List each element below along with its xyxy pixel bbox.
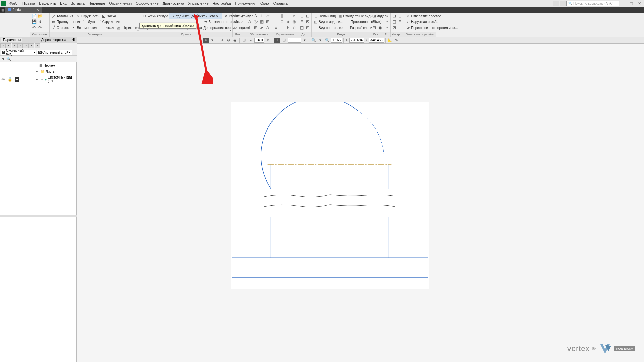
r3-icon[interactable]: ▫ [385, 25, 389, 30]
tree-root[interactable]: ▤ Чертеж [0, 62, 76, 68]
menu-drawing[interactable]: Черчение [87, 1, 107, 6]
snap2-icon[interactable]: ⊙ [225, 38, 231, 43]
viewarrow-button[interactable]: →Вид по стрелке [313, 25, 343, 30]
ann8-icon[interactable]: ⊞ [265, 19, 270, 24]
menu-file[interactable]: Файл [7, 1, 20, 6]
filter-icon[interactable]: ▼ [1, 57, 5, 61]
ann1-icon[interactable]: ⌐ [247, 13, 252, 19]
hole-simple-button[interactable]: ○Отверстие простое [405, 13, 442, 19]
ortho-icon[interactable]: ⊥ [274, 38, 280, 43]
hatch-button[interactable]: ▨Штриховка [115, 25, 139, 30]
tree-tab[interactable]: Дерево чертежа [39, 38, 68, 42]
t4-icon[interactable]: ⊟ [398, 19, 403, 24]
print-icon[interactable]: 🖨 [37, 19, 43, 24]
snap3-icon[interactable]: ◉ [232, 38, 238, 43]
arc-button[interactable]: ⌒Дуга [82, 19, 96, 24]
pt2[interactable]: ▫ [6, 43, 11, 48]
cs-field[interactable]: СК 0 [254, 38, 264, 43]
tree-search-icon[interactable]: 🔍 [6, 57, 11, 61]
c10-icon[interactable]: = [279, 25, 285, 30]
dd3[interactable]: ▾ [302, 38, 308, 43]
picker-icon[interactable]: ✎ [394, 38, 400, 43]
trim-button[interactable]: ✂Усечь кривую [141, 13, 169, 19]
i6-icon[interactable]: ◉ [378, 25, 383, 30]
tabbar-menu[interactable]: ▤ [0, 8, 5, 12]
c3-icon[interactable]: ⊥ [285, 13, 291, 19]
grid-icon[interactable]: ⊞ [241, 38, 247, 43]
pt4[interactable]: ▫ [17, 43, 23, 48]
auxline-button[interactable]: ⋰Вспомогатель… прямая [71, 25, 115, 30]
ann10-icon[interactable]: ⊞ [253, 25, 258, 30]
menu-apps[interactable]: Приложения [233, 1, 258, 6]
ann2-icon[interactable]: Ā [253, 13, 258, 19]
menu-settings[interactable]: Настройка [211, 1, 233, 6]
segment-button[interactable]: ╱Отрезок [51, 25, 70, 30]
ann5-icon[interactable]: A [247, 19, 252, 24]
zoom-out-icon[interactable]: 🔍 [311, 38, 317, 43]
tree-sheets[interactable]: ▸ 📁 Листы [0, 68, 76, 74]
open-icon[interactable]: 📂 [37, 13, 43, 19]
r1-icon[interactable]: ▫ [385, 13, 389, 19]
new-icon[interactable]: 📄 [31, 13, 37, 19]
c1-icon[interactable]: — [273, 13, 279, 19]
params-tab[interactable]: Параметры [1, 38, 22, 42]
c4-icon[interactable]: ○ [291, 13, 297, 19]
dim5-icon[interactable]: ⟀ [234, 25, 239, 30]
view-selector[interactable]: 0Системный вид…▾ [1, 50, 36, 55]
pt5[interactable]: ▫ [23, 43, 29, 48]
redo-icon[interactable]: ↷ [37, 25, 43, 30]
c6-icon[interactable]: ⊙ [279, 19, 285, 24]
ann11-icon[interactable]: ⇗ [259, 25, 264, 30]
ann4-icon[interactable]: ▱ [265, 13, 270, 19]
d1-icon[interactable]: ⊡ [299, 13, 305, 19]
dd2[interactable]: ▾ [265, 38, 271, 43]
c11-icon[interactable]: ⊦ [285, 25, 291, 30]
pt7[interactable]: ▫ [35, 43, 40, 48]
menu-manage[interactable]: Управление [186, 1, 210, 6]
t3-icon[interactable]: ◫ [392, 19, 397, 24]
layer-selector[interactable]: 0Системный слой▾ [37, 50, 72, 55]
menu-window[interactable]: Окно [258, 1, 271, 6]
rectangle-button[interactable]: ▭Прямоугольник [51, 19, 81, 24]
drawing-canvas[interactable] [231, 102, 429, 289]
menu-insert[interactable]: Вставка [69, 1, 87, 6]
i2-icon[interactable]: ◈ [378, 13, 383, 19]
t5-icon[interactable]: ⊠ [392, 25, 397, 30]
zoom-in-icon[interactable]: 🔍 [324, 38, 330, 43]
menu-diag[interactable]: Диагностика [161, 1, 186, 6]
ann6-icon[interactable]: Ⓐ [253, 19, 258, 24]
ann7-icon[interactable]: ▦ [259, 19, 264, 24]
menu-select[interactable]: Выделить [37, 1, 58, 6]
dim2-icon[interactable]: ⊘ [240, 13, 245, 19]
menu-help[interactable]: Справка [271, 1, 290, 6]
edit-dropdown[interactable]: ▾ [229, 29, 232, 32]
c9-icon[interactable]: ≡ [273, 25, 279, 30]
d4-icon[interactable]: ⊠ [305, 19, 311, 24]
window-btn-1[interactable] [553, 1, 559, 6]
color-icon[interactable]: ● [15, 77, 19, 82]
maximize-button[interactable]: ▢ [627, 1, 635, 6]
save-icon[interactable]: 💾 [31, 19, 37, 24]
ann12-icon[interactable]: A [265, 25, 270, 30]
c8-icon[interactable]: ◎ [291, 19, 297, 24]
document-tab[interactable]: 2.cdw ✕ [5, 7, 42, 13]
dim1-icon[interactable]: ↔ [234, 13, 239, 19]
circle-button[interactable]: ○Окружность [75, 13, 100, 19]
menu-view[interactable]: Вид [58, 1, 69, 6]
expand-icon-2[interactable]: ▸ [36, 77, 39, 81]
minimize-button[interactable]: — [619, 1, 627, 6]
c12-icon[interactable]: ◇ [291, 25, 297, 30]
panel-gear-icon[interactable]: ⚙ [72, 38, 75, 42]
r2-icon[interactable]: ▫ [385, 19, 389, 24]
scale-field[interactable]: 1 [288, 38, 301, 43]
panel-splitter[interactable] [0, 215, 77, 217]
newview-button[interactable]: ⊞Новый вид [313, 13, 336, 19]
ann3-icon[interactable]: ⊥ [259, 13, 264, 19]
dim3-icon[interactable]: ∠ [234, 19, 239, 24]
d6-icon[interactable]: ⊡ [305, 25, 311, 30]
d2-icon[interactable]: ⊟ [305, 13, 311, 19]
chamfer-button[interactable]: ◣Фаска [101, 13, 117, 19]
viewmodel-button[interactable]: ◫Вид с модели… [313, 19, 344, 24]
lock-icon[interactable]: 🔒 [8, 77, 12, 82]
c5-icon[interactable]: │ [273, 19, 279, 24]
